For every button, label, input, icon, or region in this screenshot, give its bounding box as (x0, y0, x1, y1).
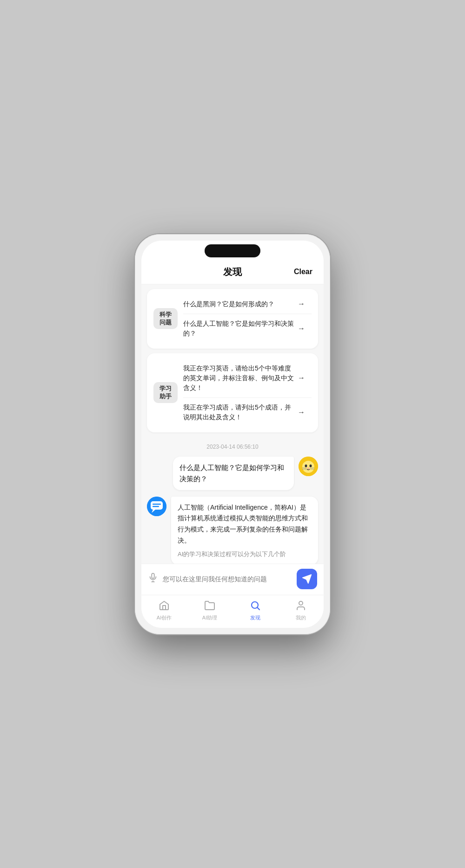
search-icon (250, 600, 261, 613)
chat-area: 什么是人工智能？它是如何学习和决策的？ (141, 455, 324, 564)
user-bubble: 什么是人工智能？它是如何学习和决策的？ (173, 457, 294, 490)
arrow-icon: → (298, 300, 305, 308)
status-bar (141, 241, 324, 261)
bottom-nav: AI创作 AI助理 发现 (141, 595, 324, 628)
header: 发现 Clear (141, 261, 324, 284)
svg-rect-12 (151, 501, 163, 510)
mic-icon[interactable] (148, 572, 158, 585)
person-icon (295, 600, 306, 613)
arrow-icon: → (298, 408, 305, 417)
nav-item-ai-create[interactable]: AI创作 (141, 598, 187, 623)
suggestion-item[interactable]: 我正在学习英语，请给出5个中等难度的英文单词，并标注音标、例句及中文含义！ → (183, 359, 312, 398)
page-title: 发现 (223, 266, 242, 278)
suggestion-item[interactable]: 我正在学习成语，请列出5个成语，并说明其出处及含义！ → (183, 398, 312, 427)
category-badge-science: 科学问题 (153, 308, 178, 330)
svg-point-1 (302, 461, 314, 473)
svg-point-5 (310, 464, 312, 467)
arrow-icon: → (298, 324, 305, 333)
svg-point-6 (307, 467, 309, 469)
suggestion-text: 我正在学习英语，请给出5个中等难度的英文单词，并标注音标、例句及中文含义！ (183, 363, 298, 393)
svg-rect-15 (153, 506, 159, 507)
folder-icon (204, 600, 215, 613)
send-button[interactable] (297, 569, 317, 589)
svg-line-20 (258, 607, 259, 609)
category-badge-learning: 学习助手 (153, 382, 178, 404)
nav-item-ai-assistant[interactable]: AI助理 (187, 598, 232, 623)
suggestion-card-science: 科学问题 什么是黑洞？它是如何形成的？ → 什么是人工智能？它是如何学习和决策的… (147, 289, 318, 349)
phone-shell: 发现 Clear 科学问题 什么是黑洞？它是如何形成的？ → (135, 234, 330, 634)
suggestion-card-learning: 学习助手 我正在学习英语，请给出5个中等难度的英文单词，并标注音标、例句及中文含… (147, 353, 318, 432)
phone-screen: 发现 Clear 科学问题 什么是黑洞？它是如何形成的？ → (141, 241, 324, 628)
nav-item-discover[interactable]: 发现 (232, 598, 278, 623)
home-icon (159, 600, 170, 613)
user-avatar (299, 457, 318, 476)
chat-input[interactable] (163, 575, 292, 583)
nav-label-ai-assistant: AI助理 (202, 614, 217, 621)
suggestion-item[interactable]: 什么是人工智能？它是如何学习和决策的？ → (183, 314, 312, 343)
suggestion-text: 什么是人工智能？它是如何学习和决策的？ (183, 319, 298, 338)
content-area: 科学问题 什么是黑洞？它是如何形成的？ → 什么是人工智能？它是如何学习和决策的… (141, 284, 324, 564)
svg-rect-16 (152, 573, 154, 578)
nav-item-mine[interactable]: 我的 (278, 598, 324, 623)
ai-message: 人工智能（Artificial Intelligence，简称AI）是指计算机系… (147, 497, 318, 564)
nav-label-ai-create: AI创作 (157, 614, 172, 621)
user-message: 什么是人工智能？它是如何学习和决策的？ (147, 457, 318, 490)
arrow-icon: → (298, 374, 305, 382)
timestamp: 2023-04-14 06:56:10 (141, 437, 324, 455)
suggestion-text: 什么是黑洞？它是如何形成的？ (183, 299, 298, 309)
nav-label-discover: 发现 (250, 614, 260, 621)
ai-avatar (147, 497, 166, 516)
clear-button[interactable]: Clear (294, 268, 312, 276)
suggestion-item[interactable]: 什么是黑洞？它是如何形成的？ → (183, 295, 312, 314)
ai-bubble: 人工智能（Artificial Intelligence，简称AI）是指计算机系… (171, 497, 318, 564)
suggestion-text: 我正在学习成语，请列出5个成语，并说明其出处及含义！ (183, 403, 298, 422)
svg-point-21 (299, 601, 303, 605)
notch (205, 244, 260, 257)
svg-rect-14 (153, 504, 161, 505)
nav-label-mine: 我的 (296, 614, 306, 621)
svg-point-4 (305, 464, 307, 467)
input-area (141, 564, 324, 595)
